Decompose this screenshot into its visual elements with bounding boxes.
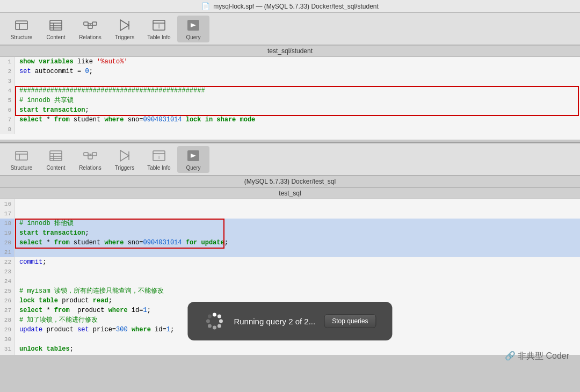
svg-point-42: [219, 320, 223, 323]
panel-bottom: Structure Content: [0, 142, 580, 373]
relations-icon: [83, 18, 98, 33]
toolbar-item-relations[interactable]: Relations: [74, 16, 106, 42]
svg-rect-23: [50, 151, 62, 161]
toolbar-top: Structure Content: [0, 13, 580, 45]
title-bar: 📄 mysql-lock.spf — (MySQL 5.7.33) Docker…: [0, 0, 580, 13]
content2-label: Content: [46, 165, 65, 171]
svg-point-44: [213, 326, 216, 330]
code-line-23: 23: [0, 267, 580, 277]
section-header-2: (MySQL 5.7.33) Docker/test_sql: [0, 176, 580, 187]
structure2-icon: [14, 148, 29, 163]
svg-rect-30: [88, 156, 92, 159]
content-icon: [48, 18, 63, 33]
triggers-label: Triggers: [115, 34, 134, 40]
code-line-2: 2 set autocommit = 0 ;: [0, 67, 580, 76]
toolbar-item-structure[interactable]: Structure: [5, 16, 38, 42]
triggers2-icon: [117, 148, 132, 163]
query2-icon: [186, 148, 201, 163]
code-line-7: 7 select * from student where sno= 09040…: [0, 115, 580, 125]
code-line-19: 19 start transaction ;: [0, 228, 580, 238]
svg-rect-29: [92, 153, 97, 156]
toolbar-item-content[interactable]: Content: [40, 16, 72, 42]
tableinfo2-icon: i: [151, 148, 166, 163]
code-line-22: 22 commit ;: [0, 257, 580, 267]
structure-icon: [14, 18, 29, 33]
code-line-16: 16: [0, 199, 580, 209]
code-line-20: 20 select * from student where sno= 0904…: [0, 238, 580, 248]
kw-show: show variables: [19, 57, 74, 67]
svg-rect-3: [50, 20, 62, 30]
toolbar-item-triggers[interactable]: Triggers: [108, 16, 141, 42]
toolbar2-item-content[interactable]: Content: [40, 146, 72, 173]
structure2-label: Structure: [11, 165, 33, 171]
relations2-label: Relations: [79, 165, 102, 171]
svg-point-47: [208, 315, 212, 318]
code-line-8: 8: [0, 125, 580, 134]
structure-label: Structure: [11, 34, 33, 40]
triggers-icon: [117, 18, 132, 33]
section-header-1: test_sql/student: [0, 45, 580, 57]
section-header-3: test_sql: [0, 187, 580, 199]
toolbar2-item-triggers[interactable]: Triggers: [108, 146, 141, 173]
code-line-1: 1 show variables like '%auto%': [0, 57, 580, 67]
code-line-4: 4 ######################################…: [0, 86, 580, 96]
svg-marker-33: [120, 150, 129, 161]
content-label: Content: [46, 34, 65, 40]
loading-spinner: [204, 310, 225, 332]
code-line-17: 17: [0, 209, 580, 219]
toolbar2-item-query[interactable]: Query: [177, 146, 209, 173]
query-icon: [186, 18, 201, 33]
relations2-icon: [83, 148, 98, 163]
query2-label: Query: [186, 165, 200, 171]
svg-point-40: [213, 313, 216, 317]
editor-top[interactable]: 1 show variables like '%auto%' 2 set aut…: [0, 57, 580, 140]
title-text: mysql-lock.spf — (MySQL 5.7.33) Docker/t…: [213, 3, 379, 10]
panel-top: Structure Content: [0, 13, 580, 142]
relations-label: Relations: [79, 34, 102, 40]
code-line-21: 21: [0, 248, 580, 257]
svg-rect-9: [92, 22, 97, 25]
toolbar2-item-tableinfo[interactable]: i Table Info: [143, 146, 175, 173]
toolbar2-item-structure[interactable]: Structure: [5, 146, 38, 173]
code-line-18: 18 # innodb 排他锁: [0, 219, 580, 228]
loading-overlay: Running query 2 of 2... Stop queries: [187, 302, 392, 340]
svg-text:i: i: [158, 24, 160, 30]
code-line-32: 32: [0, 354, 580, 355]
svg-point-46: [206, 320, 210, 323]
svg-text:i: i: [158, 154, 160, 160]
loading-text: Running query 2 of 2...: [234, 317, 315, 326]
content2-icon: [48, 148, 63, 163]
svg-point-45: [208, 324, 212, 328]
toolbar2-item-relations[interactable]: Relations: [74, 146, 106, 173]
svg-point-43: [218, 324, 221, 328]
svg-marker-13: [120, 20, 129, 31]
code-line-3: 3: [0, 76, 580, 86]
code-line-5: 5 # innodb 共享锁: [0, 96, 580, 105]
svg-rect-28: [84, 153, 88, 156]
code-line-6: 6 start transaction ;: [0, 105, 580, 115]
watermark: 🔗 非典型 Coder: [505, 351, 569, 362]
svg-rect-0: [16, 21, 27, 30]
svg-point-41: [218, 315, 221, 318]
triggers2-label: Triggers: [115, 165, 134, 171]
stop-queries-button[interactable]: Stop queries: [324, 314, 376, 328]
tableinfo-icon: i: [151, 18, 166, 33]
svg-rect-8: [84, 22, 88, 25]
toolbar-bottom: Structure Content: [0, 143, 580, 176]
svg-rect-20: [16, 151, 27, 160]
code-line-24: 24: [0, 277, 580, 286]
toolbar-item-query[interactable]: Query: [177, 16, 209, 42]
svg-rect-10: [88, 25, 92, 28]
code-line-25: 25 # myisam 读锁，所有的连接只能查询，不能修改: [0, 286, 580, 296]
title-icon: 📄: [201, 2, 210, 10]
toolbar-item-tableinfo[interactable]: i Table Info: [143, 16, 175, 42]
code-line-31: 31 unlock tables ;: [0, 344, 580, 354]
query-label: Query: [186, 34, 200, 40]
tableinfo-label: Table Info: [147, 34, 170, 40]
tableinfo2-label: Table Info: [147, 165, 170, 171]
